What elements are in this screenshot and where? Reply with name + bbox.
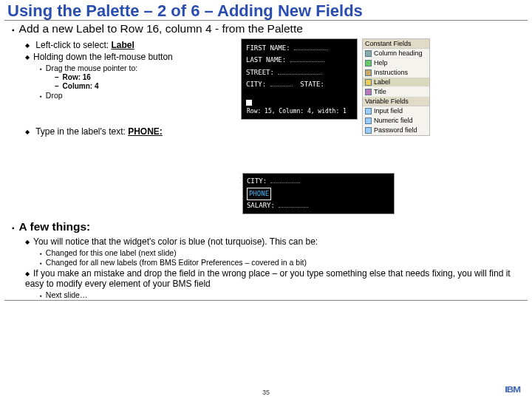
help-icon [365,60,372,66]
label-bold: Label [111,40,134,50]
palette-item-password-field[interactable]: Password field [363,126,429,135]
ibm-logo: IBM [505,383,520,395]
few-b1: Next slide… [40,290,525,299]
label-icon [365,79,372,86]
few-a1: Changed for this one label (next slide) [40,248,525,257]
editor-mock-1: FIRST NAME: LAST NAME: STREET: CITY: STA… [241,38,358,120]
text: Type in the label's text: [35,126,128,137]
palette-section-constant: Constant Fields [363,39,429,49]
bullet-col: Column: 4 [55,82,236,90]
palette-item-input-field[interactable]: Input field [363,106,429,116]
bullet-drag: Drag the mouse pointer to: [40,64,236,72]
position-tooltip: Row: 15, Column: 4, width: 1 [245,106,349,117]
palette-panel: Constant Fields Column heading Help Inst… [362,38,430,136]
few-a2: Changed for all new labels (from BMS Edi… [40,258,525,267]
title-rule [4,20,528,21]
phone-bold: PHONE: [128,126,163,137]
palette-section-variable: Variable Fields [363,97,429,106]
heading-1: Add a new Label to Row 16, column 4 - fr… [12,22,525,35]
editor-mock-2: CITY: PHONE SALARY: [242,173,395,214]
bullet-drop: Drop [40,91,236,100]
footer-rule [4,300,528,301]
bullet-type-text: Type in the label's text: PHONE: [25,126,163,137]
numeric-field-icon [365,117,372,124]
text: Left-click to select: [35,40,111,50]
palette-item-title[interactable]: Title [363,87,429,97]
bullet-hold-mouse: Holding down the left-mouse button [25,52,236,62]
title-icon [365,89,372,95]
palette-item-help[interactable]: Help [363,58,429,68]
few-things-heading: A few things: [12,220,525,233]
instructions-icon [365,69,372,76]
password-field-icon [365,127,372,134]
bullet-select-label: Left-click to select: Label [25,40,236,50]
ruler: ···· [236,170,241,214]
page-number: 35 [0,389,532,396]
palette-item-numeric-field[interactable]: Numeric field [363,116,429,126]
input-field-icon [365,108,372,115]
palette-item-label[interactable]: Label [363,78,429,87]
palette-item-instructions[interactable]: Instructions [363,68,429,78]
bullet-row: Row: 16 [55,73,236,81]
slide-title: Using the Palette – 2 of 6 – Adding New … [0,0,532,20]
few-b: If you make an mistake and drop the fiel… [25,268,525,289]
few-a: You will notice that the widget's color … [25,236,525,247]
palette-item-column-heading[interactable]: Column heading [363,49,429,58]
column-heading-icon [365,50,372,57]
